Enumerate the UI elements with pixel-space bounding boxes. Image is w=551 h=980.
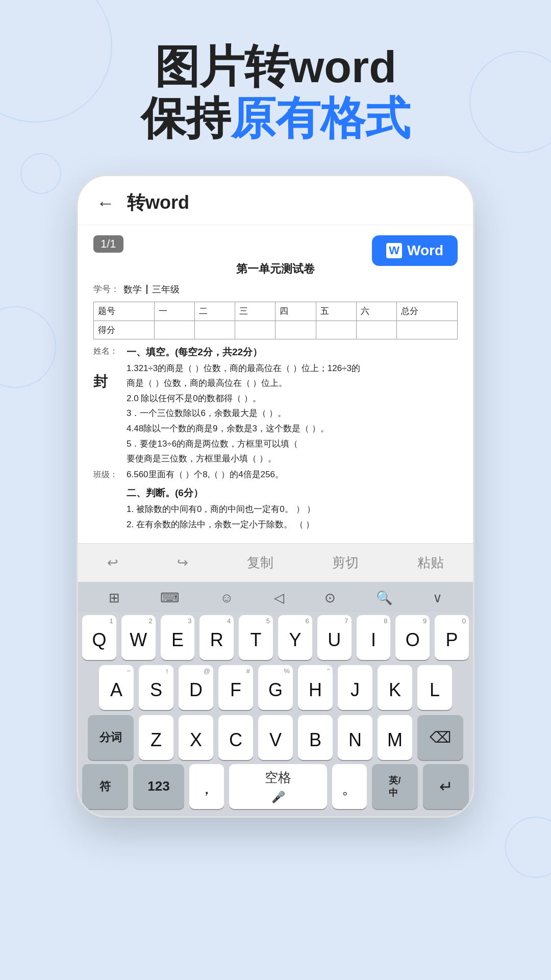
doc-main-body2: 5．要使13÷6的商是两位数，方框里可以填（ 要使商是三位数，方框里最小填（ ）… bbox=[127, 437, 458, 466]
key-o[interactable]: 9O bbox=[395, 615, 430, 660]
undo-button[interactable]: ↩ bbox=[99, 553, 127, 573]
redo-button[interactable]: ↪ bbox=[169, 553, 196, 573]
lang-key[interactable]: 英/中 bbox=[372, 764, 418, 809]
keyboard-bottom-row: 符 123 ， 空格 🎤 。 英/中 ↵ bbox=[78, 762, 473, 816]
doc-subtitle: 学号： 数学 三年级 bbox=[93, 282, 458, 297]
key-p[interactable]: 0P bbox=[435, 615, 469, 660]
cut-button[interactable]: 剪切 bbox=[324, 552, 367, 574]
key-j[interactable]: J bbox=[338, 665, 372, 710]
key-s[interactable]: ！S bbox=[139, 665, 173, 710]
key-v[interactable]: V bbox=[258, 715, 293, 760]
page-badge: 1/1 bbox=[93, 235, 123, 253]
subtitle-subject: 数学 bbox=[123, 282, 142, 297]
kb-link-icon[interactable]: ⊙ bbox=[319, 588, 341, 608]
key-k[interactable]: K bbox=[378, 665, 412, 710]
key-l[interactable]: L bbox=[417, 665, 452, 710]
copy-button[interactable]: 复制 bbox=[239, 552, 282, 574]
document-content: 第一单元测试卷 学号： 数学 三年级 题号 一 二 三 四 bbox=[93, 260, 458, 531]
word-export-button[interactable]: W Word bbox=[372, 235, 458, 266]
key-t[interactable]: 5T bbox=[239, 615, 273, 660]
phone-body: ← 转word 1/1 W Word 第一单元测试卷 学号： 数学 bbox=[77, 175, 474, 818]
key-i[interactable]: 8I bbox=[357, 615, 391, 660]
section1-header: 一、填空。(每空2分，共22分） bbox=[127, 345, 458, 360]
comma-key[interactable]: ， bbox=[189, 764, 224, 809]
para-6: 6.560里面有（ ）个8,（ ）的4倍是256。 bbox=[127, 468, 458, 481]
space-key[interactable]: 空格 🎤 bbox=[229, 764, 327, 809]
keyboard-row-2: −A ！S @D #F %G "H J K L bbox=[82, 665, 469, 710]
text-cursor bbox=[146, 285, 147, 294]
word-icon: W bbox=[386, 243, 402, 258]
key-w[interactable]: 2W bbox=[121, 615, 156, 660]
period-key[interactable]: 。 bbox=[332, 764, 367, 809]
kb-keyboard-icon[interactable]: ⌨ bbox=[155, 588, 185, 608]
subtitle-label: 学号： bbox=[93, 282, 119, 296]
kb-emoji-icon[interactable]: ☺ bbox=[215, 588, 239, 608]
seal-label: 封 bbox=[93, 374, 108, 389]
hero-line2-pre: 保持 bbox=[141, 93, 231, 143]
para-4: 4.48除以一个数的商是9，余数是3，这个数是（ ）。 bbox=[127, 422, 458, 435]
kb-search-icon[interactable]: 🔍 bbox=[371, 588, 397, 608]
topbar-title: 转word bbox=[127, 190, 189, 215]
para-5a: 5．要使13÷6的商是两位数，方框里可以填（ bbox=[127, 437, 458, 451]
judge-1: 1. 被除数的中间有0，商的中间也一定有0。 ） ） bbox=[127, 503, 458, 516]
num-key[interactable]: 123 bbox=[133, 764, 184, 809]
key-e[interactable]: 3E bbox=[161, 615, 195, 660]
key-d[interactable]: @D bbox=[179, 665, 213, 710]
key-q[interactable]: 1Q bbox=[82, 615, 116, 660]
key-y[interactable]: 6Y bbox=[278, 615, 312, 660]
judge-2: 2. 在有余数的除法中，余数一定小于除数。 （ ） bbox=[127, 518, 458, 531]
name-label: 姓名：封 bbox=[93, 345, 118, 394]
back-button[interactable]: ← bbox=[96, 192, 115, 214]
keyboard-func-row: ⊞ ⌨ ☺ ◁ ⊙ 🔍 ∨ bbox=[78, 582, 473, 612]
keyboard-row-3: 分词 Z X C V B N M ⌫ bbox=[82, 715, 469, 760]
key-f[interactable]: #F bbox=[218, 665, 253, 710]
keyboard-row-1: 1Q 2W 3E 4R 5T 6Y 7U 8I 9O 0P bbox=[82, 615, 469, 660]
symbol-key[interactable]: 符 bbox=[82, 764, 128, 809]
edit-toolbar: ↩ ↪ 复制 剪切 粘贴 bbox=[78, 543, 473, 582]
paste-button[interactable]: 粘贴 bbox=[409, 552, 452, 574]
phone-topbar: ← 转word bbox=[78, 176, 473, 225]
para-1a: 1.321÷3的商是（ ）位数，商的最高位在（ ）位上；126÷3的 bbox=[127, 362, 458, 375]
doc-main-body: 一、填空。(每空2分，共22分） 1.321÷3的商是（ ）位数，商的最高位在（… bbox=[127, 345, 458, 435]
shift-key[interactable]: 分词 bbox=[88, 715, 134, 760]
keyboard-rows: 1Q 2W 3E 4R 5T 6Y 7U 8I 9O 0P −A ！S @D #… bbox=[78, 612, 473, 762]
subtitle-grade: 三年级 bbox=[152, 282, 180, 297]
phone-mockup: ← 转word 1/1 W Word 第一单元测试卷 学号： 数学 bbox=[0, 175, 551, 818]
para-2: 2.0 除以任何不是0的数都得（ ）。 bbox=[127, 392, 458, 405]
kb-collapse-icon[interactable]: ∨ bbox=[428, 588, 447, 608]
doc-body-wrapper3: 班级： 6.560里面有（ ）个8,（ ）的4倍是256。 二、判断。(6分） … bbox=[93, 468, 458, 531]
para-3: 3．一个三位数除以6，余数最大是（ ）。 bbox=[127, 407, 458, 420]
doc-main-body3: 6.560里面有（ ）个8,（ ）的4倍是256。 二、判断。(6分） 1. 被… bbox=[127, 468, 458, 531]
key-n[interactable]: N bbox=[338, 715, 372, 760]
key-x[interactable]: X bbox=[179, 715, 213, 760]
para-1b: 商是（ ）位数，商的最高位在（ ）位上。 bbox=[127, 377, 458, 390]
key-c[interactable]: C bbox=[218, 715, 253, 760]
doc-body-wrapper: 姓名：封 一、填空。(每空2分，共22分） 1.321÷3的商是（ ）位数，商的… bbox=[93, 345, 458, 435]
key-g[interactable]: %G bbox=[258, 665, 293, 710]
document-area: 1/1 W Word 第一单元测试卷 学号： 数学 三年级 bbox=[78, 225, 473, 543]
keyboard: ⊞ ⌨ ☺ ◁ ⊙ 🔍 ∨ 1Q 2W 3E 4R 5T 6Y 7U 8I bbox=[78, 582, 473, 816]
enter-key[interactable]: ↵ bbox=[423, 764, 469, 809]
key-r[interactable]: 4R bbox=[199, 615, 234, 660]
para-5b: 要使商是三位数，方框里最小填（ ）。 bbox=[127, 452, 458, 465]
key-b[interactable]: B bbox=[298, 715, 333, 760]
kb-voice-icon[interactable]: ◁ bbox=[269, 588, 289, 608]
key-a[interactable]: −A bbox=[99, 665, 134, 710]
key-h[interactable]: "H bbox=[298, 665, 333, 710]
backspace-key[interactable]: ⌫ bbox=[417, 715, 463, 760]
score-table: 题号 一 二 三 四 五 六 总分 得分 bbox=[93, 302, 458, 339]
key-u[interactable]: 7U bbox=[317, 615, 352, 660]
class-label: 班级： bbox=[93, 468, 118, 481]
hero-line2-highlight: 原有格式 bbox=[231, 93, 410, 143]
section2-header: 二、判断。(6分） bbox=[127, 485, 458, 501]
key-z[interactable]: Z bbox=[139, 715, 173, 760]
kb-grid-icon[interactable]: ⊞ bbox=[104, 588, 125, 608]
doc-body-wrapper2: 5．要使13÷6的商是两位数，方框里可以填（ 要使商是三位数，方框里最小填（ ）… bbox=[93, 437, 458, 466]
key-m[interactable]: M bbox=[378, 715, 412, 760]
